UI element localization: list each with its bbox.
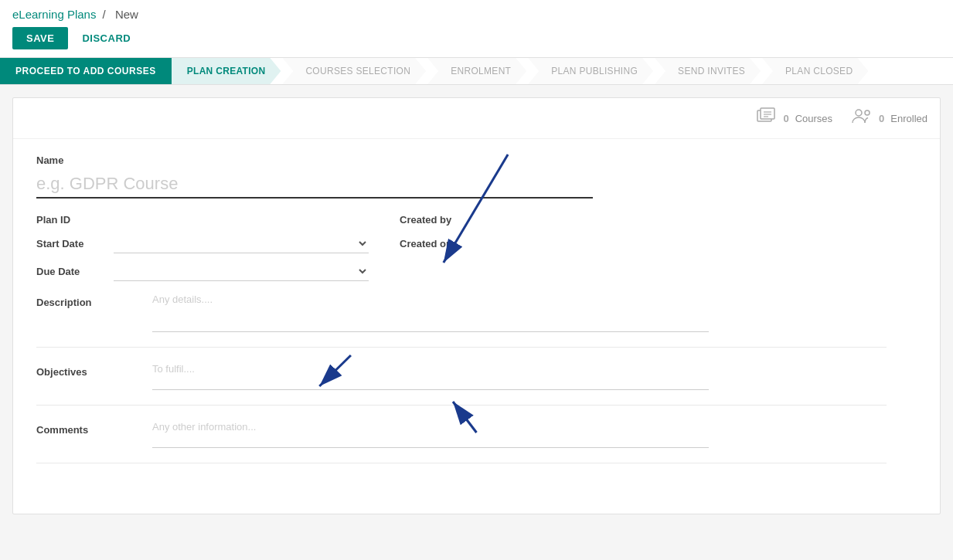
form-body: Name Plan ID Created by Start Date [13,139,940,491]
created-on-label: Created on [400,238,469,249]
description-input-col [152,290,887,334]
divider-3 [36,463,887,463]
name-field-group: Name [36,154,917,199]
card: 0 Courses 0 Enrolled [12,97,941,514]
breadcrumb: eLearning Plans / New [12,8,941,21]
step-enrolment-label: ENROLMENT [451,66,511,76]
comments-input-col [152,418,887,450]
divider-1 [36,347,887,348]
step-plan-publishing[interactable]: PLAN PUBLISHING [528,58,653,84]
courses-icon [757,107,777,129]
step-plan-closed-label: PLAN CLOSED [785,66,853,76]
step-courses-selection-label: COURSES SELECTION [305,66,410,76]
enrolled-stat: 0 Enrolled [851,107,927,129]
breadcrumb-separator: / [103,8,106,21]
plan-id-row: Plan ID [36,214,369,226]
description-textarea[interactable] [152,290,709,332]
top-bar: eLearning Plans / New SAVE DISCARD [0,0,953,58]
step-plan-creation-label: PLAN CREATION [187,66,266,76]
step-plan-publishing-label: PLAN PUBLISHING [551,66,638,76]
courses-count: 0 [783,113,788,124]
objectives-label: Objectives [36,360,152,378]
workflow-bar: PROCEED TO ADD COURSES PLAN CREATION COU… [0,58,953,85]
courses-label: Courses [795,113,832,124]
comments-label: Comments [36,418,152,436]
proceed-to-add-courses-button[interactable]: PROCEED TO ADD COURSES [0,58,172,84]
enrolled-count: 0 [879,113,884,124]
step-enrolment[interactable]: ENROLMENT [427,58,526,84]
action-bar: SAVE DISCARD [12,27,941,57]
description-label: Description [36,290,152,308]
due-date-row: Due Date [36,261,369,281]
start-date-label: Start Date [36,238,106,249]
step-courses-selection[interactable]: COURSES SELECTION [282,58,426,84]
card-header: 0 Courses 0 Enrolled [13,98,940,139]
enrolled-icon [851,107,873,129]
due-date-select[interactable] [114,261,369,281]
objectives-input-col [152,360,887,392]
created-on-row: Created on [400,233,732,253]
courses-stat: 0 Courses [757,107,832,129]
svg-point-6 [865,110,870,115]
step-send-invites[interactable]: SEND INVITES [655,58,761,84]
breadcrumb-parent[interactable]: eLearning Plans [12,8,96,21]
objectives-textarea[interactable] [152,360,709,390]
svg-rect-1 [761,108,774,119]
discard-button[interactable]: DISCARD [74,27,138,49]
start-date-row: Start Date [36,233,369,253]
breadcrumb-current: New [115,8,138,21]
enrolled-label: Enrolled [890,113,927,124]
due-date-label: Due Date [36,266,106,277]
svg-point-5 [856,110,862,116]
name-input[interactable] [36,171,593,199]
created-by-label: Created by [400,214,469,226]
plan-id-label: Plan ID [36,214,106,226]
save-button[interactable]: SAVE [12,27,68,49]
start-date-select[interactable] [114,233,369,253]
step-send-invites-label: SEND INVITES [678,66,745,76]
created-by-row: Created by [400,214,732,226]
step-plan-closed[interactable]: PLAN CLOSED [762,58,868,84]
name-label: Name [36,154,917,166]
comments-textarea[interactable] [152,418,709,448]
steps-container: PLAN CREATION COURSES SELECTION ENROLMEN… [172,58,953,84]
step-plan-creation[interactable]: PLAN CREATION [172,58,281,84]
main-content: 0 Courses 0 Enrolled [0,85,953,527]
divider-2 [36,405,887,406]
